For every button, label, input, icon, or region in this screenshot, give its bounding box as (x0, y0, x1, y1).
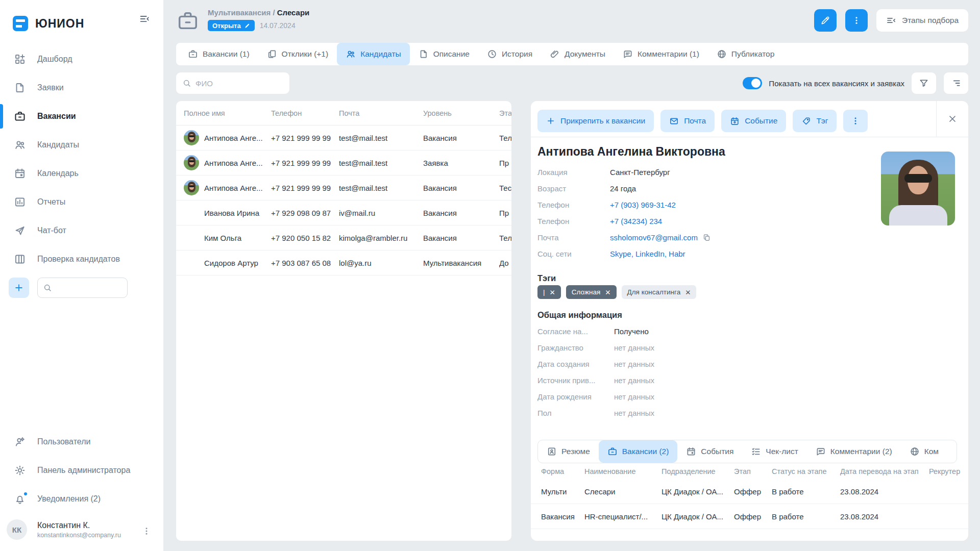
table-row[interactable]: Вакансия HR-специалист/... ЦК Диадок / О… (531, 504, 968, 529)
search-field[interactable] (176, 72, 289, 94)
sidebar-item-vacancies[interactable]: Вакансии (0, 102, 163, 131)
panel-separator (531, 137, 968, 137)
tab-responses[interactable]: Отклики (+1) (258, 43, 337, 65)
social-links[interactable]: Skype, LinkedIn, Habr (610, 249, 823, 258)
subtab-checklist[interactable]: Чек-лист (742, 440, 806, 463)
tag-chip[interactable]: Сложная✕ (566, 285, 617, 299)
table-row[interactable]: Сидоров Артур +7 903 087 65 08 lol@ya.ru… (176, 251, 511, 276)
subtab-resume[interactable]: Резюме (538, 440, 599, 463)
attach-to-vacancy-button[interactable]: Прикрепить к вакансии (537, 110, 654, 132)
collapse-sidebar-icon[interactable] (139, 13, 150, 24)
table-row[interactable]: Антипова Анге... +7 921 999 99 99 test@m… (176, 176, 511, 201)
sidebar-item-chatbot[interactable]: Чат-бот (0, 216, 163, 245)
remove-tag-icon[interactable]: ✕ (550, 288, 555, 296)
tag-chip[interactable]: |✕ (537, 285, 561, 299)
event-calendar-icon (730, 116, 740, 126)
table-row[interactable]: Ким Ольга +7 920 050 15 82 kimolga@rambl… (176, 226, 511, 251)
tab-vacancies[interactable]: Вакансии (1) (179, 43, 258, 65)
event-button[interactable]: Событие (721, 110, 786, 132)
tab-candidates[interactable]: Кандидаты (337, 43, 409, 65)
table-row[interactable]: Антипова Анге... +7 921 999 99 99 test@m… (176, 126, 511, 151)
tab-comments[interactable]: Комментарии (1) (614, 43, 708, 65)
sidebar-item-candidates[interactable]: Кандидаты (0, 131, 163, 159)
detail-row: Соц. сети Skype, LinkedIn, Habr (537, 245, 823, 262)
tab-description[interactable]: Описание (410, 43, 478, 65)
list-toolbar: Показать на всех вакансиях и заявках (176, 71, 968, 95)
phone-link[interactable]: +7 (903) 969-31-42 (610, 201, 823, 209)
sidebar-item-notifications[interactable]: Уведомления (2) (0, 485, 163, 513)
subtab-vacancies[interactable]: Вакансии (2) (599, 440, 678, 463)
breadcrumb-parent[interactable]: Мультивакансия (208, 8, 271, 17)
info-value: Получено (614, 327, 823, 336)
calendar-icon (686, 446, 696, 457)
dashboard-icon (14, 53, 26, 65)
info-value: нет данных (614, 360, 823, 368)
sidebar-search-input[interactable] (56, 284, 122, 292)
sidebar-item-screening[interactable]: Проверка кандидатов (0, 245, 163, 273)
phone-link[interactable]: +7 (34234) 234 (610, 217, 823, 226)
sidebar-item-reports[interactable]: Отчеты (0, 188, 163, 216)
avatar-placeholder (184, 205, 199, 220)
sidebar-item-dashboard[interactable]: Дашборд (0, 45, 163, 73)
show-all-toggle[interactable] (743, 77, 762, 89)
table-row[interactable]: Мульти Слесари ЦК Диадок / ОА... Оффер В… (531, 479, 968, 504)
tag-button[interactable]: Тэг (793, 110, 837, 132)
mail-button[interactable]: Почта (660, 110, 715, 132)
edit-status-pencil-icon (244, 23, 250, 29)
more-actions-kebab-icon[interactable] (845, 9, 868, 32)
close-icon[interactable] (947, 114, 958, 124)
sidebar-item-label: Календарь (37, 169, 79, 178)
sidebar-item-label: Проверка кандидатов (37, 255, 120, 264)
candidate-name: Антипова Анге... (204, 159, 263, 167)
app-root: ЮНИОН Дашборд Заявки Вакансии Кандидаты (0, 0, 980, 551)
sidebar-header: ЮНИОН (0, 0, 163, 36)
tab-documents[interactable]: Документы (541, 43, 614, 65)
email-link[interactable]: ssholomov67@gmail.com (610, 233, 698, 242)
candidate-stage: Пр (499, 209, 511, 217)
publisher-globe-icon (717, 49, 727, 59)
panel-kebab-icon[interactable] (843, 110, 868, 132)
edit-button[interactable] (814, 9, 837, 32)
table-row[interactable]: Антипова Анге... +7 921 999 99 99 test@m… (176, 151, 511, 176)
sidebar-item-admin-panel[interactable]: Панель администратора (0, 456, 163, 485)
remove-tag-icon[interactable]: ✕ (685, 288, 691, 296)
detail-row: Телефон +7 (34234) 234 (537, 213, 823, 229)
sidebar-item-calendar[interactable]: Календарь (0, 159, 163, 188)
info-value: нет данных (614, 392, 823, 401)
add-button[interactable] (9, 278, 29, 298)
candidate-sub-tabs: Резюме Вакансии (2) События Чек-лист Ком… (537, 440, 957, 463)
age-value: 24 года (610, 184, 823, 193)
search-input[interactable] (195, 79, 283, 88)
sidebar-item-requests[interactable]: Заявки (0, 73, 163, 102)
resume-icon (547, 446, 557, 457)
user-profile[interactable]: КК Константин К. konstantinkonst@company… (0, 513, 163, 548)
tag-chips: |✕ Сложная✕ Для консалтинга✕ (537, 285, 696, 299)
tag-chip[interactable]: Для консалтинга✕ (622, 285, 697, 299)
copy-icon[interactable] (702, 233, 711, 242)
user-kebab-icon[interactable] (142, 527, 151, 536)
breadcrumb: Мультивакансия / Слесари (208, 8, 309, 17)
view-settings-button[interactable] (944, 72, 968, 94)
tab-publisher[interactable]: Публикатор (708, 43, 783, 65)
subtab-comments[interactable]: Комментарии (2) (807, 440, 901, 463)
candidate-name: Иванова Ирина (204, 209, 259, 217)
stages-button[interactable]: Этапы подбора (876, 9, 968, 32)
candidate-details: Локация Санкт-Петербург Возраст 24 года … (537, 164, 823, 262)
sidebar-search[interactable] (37, 278, 128, 298)
sidebar-item-users[interactable]: Пользователи (0, 428, 163, 456)
candidate-photo (881, 152, 955, 226)
remove-tag-icon[interactable]: ✕ (605, 288, 610, 296)
sidebar-item-label: Отчеты (37, 197, 65, 207)
search-icon (43, 283, 52, 292)
tab-history[interactable]: История (478, 43, 541, 65)
candidate-email: kimolga@rambler.ru (339, 234, 423, 242)
status-badge[interactable]: Открыта (208, 20, 255, 31)
filter-button[interactable] (912, 72, 936, 94)
user-name: Константин К. (37, 520, 121, 530)
table-row[interactable]: Иванова Ирина +7 929 098 09 87 iv@mail.r… (176, 201, 511, 226)
subtab-events[interactable]: События (677, 440, 742, 463)
requests-icon (14, 82, 26, 94)
briefcase-icon (176, 9, 200, 33)
subtab-communications[interactable]: Ком (901, 440, 947, 463)
candidate-level: Заявка (423, 159, 499, 167)
